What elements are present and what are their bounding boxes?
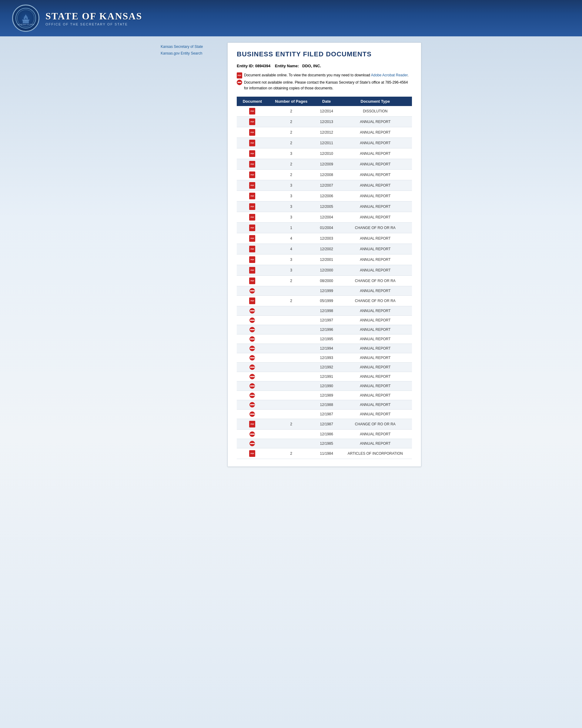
pdf-icon[interactable]: PDF (249, 108, 255, 114)
doc-icon-cell[interactable]: PDF (237, 223, 268, 233)
no-entry-icon (250, 411, 255, 417)
pdf-icon[interactable]: PDF (249, 119, 255, 125)
pdf-icon[interactable]: PDF (249, 203, 255, 210)
doc-icon-cell[interactable]: PDF (237, 233, 268, 244)
pages-cell: 2 (268, 448, 314, 459)
date-cell: 12/1994 (314, 344, 338, 353)
pdf-icon[interactable]: PDF (249, 150, 255, 157)
doc-icon-cell[interactable]: PDF (237, 191, 268, 202)
no-entry-legend-icon (237, 80, 242, 85)
no-entry-icon (250, 355, 255, 361)
type-cell: ANNUAL REPORT (338, 316, 412, 325)
doc-icon-cell (237, 391, 268, 400)
table-row: 12/1996ANNUAL REPORT (237, 325, 412, 335)
pages-cell: 2 (268, 106, 314, 116)
type-cell: ANNUAL REPORT (338, 430, 412, 439)
doc-icon-cell[interactable]: PDF (237, 265, 268, 276)
doc-icon-cell[interactable]: PDF (237, 244, 268, 255)
pdf-icon[interactable]: PDF (249, 297, 255, 304)
doc-icon-cell[interactable]: PDF (237, 159, 268, 170)
doc-icon-cell[interactable]: PDF (237, 419, 268, 430)
pdf-icon[interactable]: PDF (249, 161, 255, 167)
sidebar-link-sos[interactable]: Kansas Secretary of State (161, 44, 221, 49)
table-header: Document Number of Pages Date Document T… (237, 97, 412, 106)
type-cell: ANNUAL REPORT (338, 286, 412, 296)
type-cell: ANNUAL REPORT (338, 265, 412, 276)
entity-name-value: DDO, INC. (302, 63, 321, 68)
date-cell: 12/1989 (314, 391, 338, 400)
doc-icon-cell (237, 382, 268, 391)
type-cell: CHANGE OF RO OR RA (338, 419, 412, 430)
no-entry-icon (250, 364, 255, 370)
pdf-icon[interactable]: PDF (249, 267, 255, 274)
no-entry-icon (250, 374, 255, 379)
table-row: PDF312/2007ANNUAL REPORT (237, 180, 412, 191)
doc-icon-cell[interactable]: PDF (237, 212, 268, 223)
date-cell: 12/2014 (314, 106, 338, 116)
doc-icon-cell[interactable]: PDF (237, 202, 268, 212)
pdf-icon[interactable]: PDF (249, 235, 255, 242)
date-cell: 12/1985 (314, 439, 338, 448)
table-row: PDF312/2006ANNUAL REPORT (237, 191, 412, 202)
legend: Document available online. To view the d… (237, 72, 412, 91)
doc-icon-cell[interactable]: PDF (237, 170, 268, 180)
pages-cell (268, 363, 314, 372)
doc-icon-cell (237, 430, 268, 439)
pdf-icon[interactable]: PDF (249, 193, 255, 199)
doc-icon-cell (237, 306, 268, 316)
pdf-icon[interactable]: PDF (249, 278, 255, 284)
pdf-icon[interactable]: PDF (249, 172, 255, 178)
sidebar-link-entity-search[interactable]: Kansas.gov Entity Search (161, 51, 221, 56)
pdf-icon[interactable]: PDF (249, 140, 255, 146)
no-entry-icon (250, 346, 255, 351)
table-row: PDF212/1987CHANGE OF RO OR RA (237, 419, 412, 430)
type-cell: CHANGE OF RO OR RA (338, 296, 412, 306)
table-row: 12/1985ANNUAL REPORT (237, 439, 412, 448)
doc-icon-cell (237, 325, 268, 335)
pages-cell: 2 (268, 419, 314, 430)
table-row: 12/1988ANNUAL REPORT (237, 400, 412, 410)
table-row: 12/1994ANNUAL REPORT (237, 344, 412, 353)
pdf-icon[interactable]: PDF (249, 450, 255, 457)
date-cell: 12/2002 (314, 244, 338, 255)
date-cell: 12/1988 (314, 400, 338, 410)
date-cell: 12/1996 (314, 325, 338, 335)
pdf-icon[interactable]: PDF (249, 256, 255, 263)
col-doc-type: Document Type (338, 97, 412, 106)
doc-icon-cell[interactable]: PDF (237, 276, 268, 286)
pdf-icon[interactable]: PDF (249, 129, 255, 136)
main-container: Kansas Secretary of State Kansas.gov Ent… (155, 36, 427, 473)
doc-icon-cell[interactable]: PDF (237, 106, 268, 116)
acrobat-reader-link[interactable]: Adobe Acrobat Reader (371, 73, 408, 77)
date-cell: 12/1999 (314, 286, 338, 296)
table-row: PDF412/2002ANNUAL REPORT (237, 244, 412, 255)
entity-name-label: Entity Name: (275, 63, 299, 68)
doc-icon-cell[interactable]: PDF (237, 296, 268, 306)
date-cell: 12/2007 (314, 180, 338, 191)
header-title-block: State of Kansas Office of the Secretary … (46, 10, 142, 26)
doc-icon-cell (237, 344, 268, 353)
pdf-icon[interactable]: PDF (249, 421, 255, 427)
doc-icon-cell[interactable]: PDF (237, 180, 268, 191)
date-cell: 12/2009 (314, 159, 338, 170)
svg-rect-4 (25, 18, 26, 20)
type-cell: ANNUAL REPORT (338, 244, 412, 255)
pdf-icon[interactable]: PDF (249, 182, 255, 189)
table-row: PDF312/2000ANNUAL REPORT (237, 265, 412, 276)
doc-icon-cell[interactable]: PDF (237, 116, 268, 127)
date-cell: 12/2010 (314, 149, 338, 159)
doc-icon-cell[interactable]: PDF (237, 149, 268, 159)
pdf-icon[interactable]: PDF (249, 246, 255, 252)
type-cell: ANNUAL REPORT (338, 382, 412, 391)
doc-icon-cell[interactable]: PDF (237, 255, 268, 265)
site-header: SECRETARY OF STATE State of Kansas Offic… (0, 0, 582, 36)
date-cell: 12/2003 (314, 233, 338, 244)
pdf-icon[interactable]: PDF (249, 214, 255, 220)
doc-icon-cell[interactable]: PDF (237, 138, 268, 149)
doc-icon-cell (237, 400, 268, 410)
pdf-icon[interactable]: PDF (249, 225, 255, 231)
date-cell: 12/1993 (314, 353, 338, 363)
doc-icon-cell[interactable]: PDF (237, 448, 268, 459)
doc-icon-cell (237, 286, 268, 296)
doc-icon-cell[interactable]: PDF (237, 127, 268, 138)
